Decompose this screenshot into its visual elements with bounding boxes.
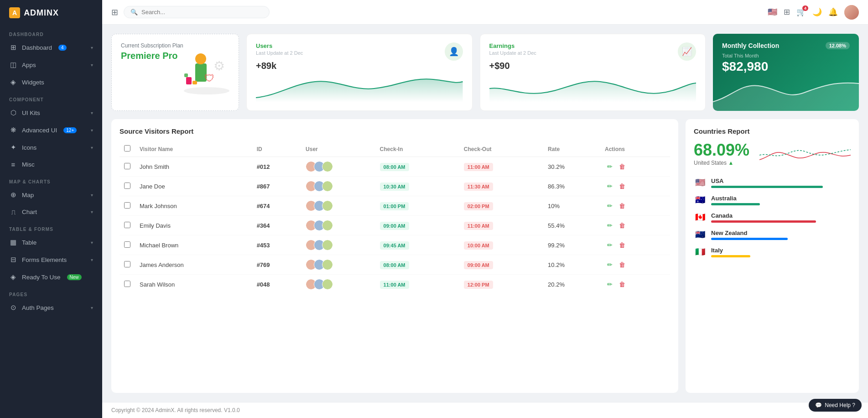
row-checkbox[interactable] [124, 241, 130, 248]
actions: ✏ 🗑 [600, 275, 670, 294]
earnings-icon: 📈 [682, 47, 692, 57]
sidebar: A ADMINX DASHBOARD⊞Dashboard4▾◫Apps▾◈Wid… [0, 0, 102, 418]
cart-icon[interactable]: 🛒 4 [796, 7, 806, 17]
misc-icon: ≡ [9, 161, 17, 168]
row-checkbox[interactable] [124, 281, 130, 287]
sidebar-item-map[interactable]: ⊕Map▾ [0, 186, 102, 204]
sidebar-item-dashboard[interactable]: ⊞Dashboard4▾ [0, 39, 102, 56]
delete-button[interactable]: 🗑 [617, 280, 628, 289]
svg-point-2 [195, 53, 206, 64]
country-flag: 🇳🇿 [694, 228, 707, 241]
edit-button[interactable]: ✏ [605, 201, 615, 210]
mini-line-chart [759, 146, 851, 166]
table-row: Mark Johnson #674 01:00 PM 02:00 PM 10% … [120, 196, 670, 216]
edit-button[interactable]: ✏ [605, 182, 615, 191]
users-icon-circle: 👤 [445, 42, 463, 61]
rate: 99.2% [543, 235, 600, 255]
edit-button[interactable]: ✏ [605, 162, 615, 171]
select-all-checkbox[interactable] [124, 145, 130, 152]
earnings-sublabel: Last Update at 2 Dec [489, 50, 536, 56]
row-checkbox[interactable] [124, 261, 130, 267]
sidebar-item-table[interactable]: ▦Table▾ [0, 234, 102, 251]
visitor-id: #453 [252, 235, 301, 255]
sidebar-item-ready[interactable]: ◈Ready To UseNew [0, 268, 102, 286]
advanced-ui-icon: ❋ [9, 126, 17, 134]
visitor-id: #012 [252, 157, 301, 177]
delete-button[interactable]: 🗑 [617, 182, 628, 191]
delete-button[interactable]: 🗑 [617, 221, 628, 230]
visitor-name: James Anderson [135, 255, 252, 275]
row-checkbox[interactable] [124, 183, 130, 189]
user-avatar-2 [322, 161, 333, 172]
sidebar-item-ui-kits[interactable]: ⬡UI Kits▾ [0, 104, 102, 121]
row-checkbox[interactable] [124, 202, 130, 209]
country-row: 🇨🇦 Canada [694, 211, 851, 224]
country-name: New Zealand [711, 230, 851, 236]
country-info: Italy [711, 247, 851, 257]
dashboard-chevron: ▾ [91, 45, 93, 50]
flag-icon[interactable]: 🇺🇸 [768, 7, 777, 17]
checkin-time: 08:00 AM [375, 157, 459, 177]
delete-button[interactable]: 🗑 [617, 162, 628, 171]
row-checkbox[interactable] [124, 163, 130, 169]
countries-card: Countries Report 68.09% United States ▲ [686, 119, 859, 393]
ready-icon: ◈ [9, 273, 17, 281]
sidebar-item-widgets[interactable]: ◈Widgets [0, 73, 102, 91]
visitor-user [301, 275, 375, 294]
country-name: Canada [711, 212, 851, 219]
sidebar-item-misc[interactable]: ≡Misc [0, 156, 102, 173]
country-row: 🇦🇺 Australia [694, 193, 851, 206]
sidebar-item-advanced-ui[interactable]: ❋Advanced UI12+▾ [0, 121, 102, 139]
users-icon: 👤 [449, 47, 459, 57]
visitor-user [301, 157, 375, 177]
edit-button[interactable]: ✏ [605, 240, 615, 250]
user-avatar-2 [322, 200, 333, 211]
need-help-button[interactable]: 💬 Need Help ? [809, 399, 862, 412]
content-area: Current Subscription Plan Premiere Pro ⚙… [102, 25, 868, 402]
delete-button[interactable]: 🗑 [617, 260, 628, 269]
visitor-user [301, 177, 375, 196]
visitor-name: John Smith [135, 157, 252, 177]
sidebar-item-apps[interactable]: ◫Apps▾ [0, 56, 102, 73]
country-name: Italy [711, 247, 851, 254]
checkout-time: 12:00 PM [459, 275, 543, 294]
visitor-name: Emily Davis [135, 216, 252, 235]
grid-icon[interactable]: ⊞ [111, 7, 118, 17]
edit-button[interactable]: ✏ [605, 260, 615, 269]
rate: 20.2% [543, 275, 600, 294]
search-icon: 🔍 [130, 9, 138, 16]
search-input[interactable] [141, 9, 260, 16]
country-bar [711, 203, 760, 205]
earnings-value: +$90 [489, 61, 696, 71]
row-checkbox[interactable] [124, 222, 130, 228]
visitor-user [301, 255, 375, 275]
logo[interactable]: A ADMINX [0, 0, 102, 26]
advanced-ui-label: Advanced UI [22, 127, 57, 134]
monthly-card: Monthly Collection 12.08% Total This Mon… [713, 34, 859, 111]
country-info: Canada [711, 212, 851, 223]
user-avatar[interactable] [844, 5, 859, 20]
actions: ✏ 🗑 [600, 255, 670, 275]
visitor-id: #364 [252, 216, 301, 235]
map-icon: ⊕ [9, 191, 17, 199]
edit-button[interactable]: ✏ [605, 280, 615, 289]
icons-label: Icons [22, 144, 36, 151]
moon-icon[interactable]: 🌙 [812, 7, 822, 17]
chart-icon: ⎍ [9, 208, 17, 216]
sidebar-item-icons[interactable]: ✦Icons▾ [0, 139, 102, 156]
apps-label: Apps [22, 62, 36, 68]
delete-button[interactable]: 🗑 [617, 240, 628, 250]
col-actions: Actions [600, 141, 670, 157]
delete-button[interactable]: 🗑 [617, 201, 628, 210]
apps-icon[interactable]: ⊞ [784, 7, 790, 17]
sidebar-item-auth[interactable]: ⊙Auth Pages▾ [0, 299, 102, 316]
sidebar-item-chart[interactable]: ⎍Chart▾ [0, 204, 102, 220]
earnings-label: Earnings [489, 42, 536, 49]
widgets-icon: ◈ [9, 78, 17, 86]
checkin-time: 10:30 AM [375, 177, 459, 196]
bell-icon[interactable]: 🔔 [828, 7, 838, 17]
edit-button[interactable]: ✏ [605, 221, 615, 230]
sidebar-item-forms[interactable]: ⊟Forms Elements▾ [0, 251, 102, 268]
table-row: Jane Doe #867 10:30 AM 11:30 AM 86.3% ✏ … [120, 177, 670, 196]
checkout-time: 09:00 AM [459, 255, 543, 275]
